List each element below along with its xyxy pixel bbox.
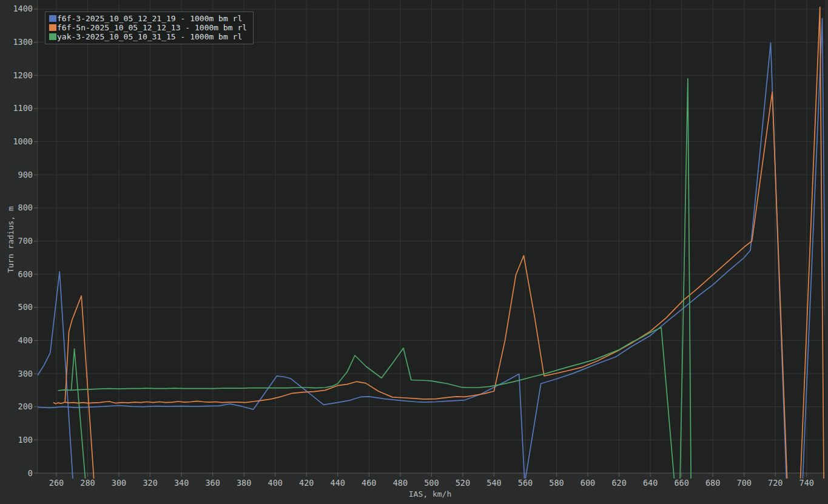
legend-label: f6f-5n-2025_10_05_12_12_13 - 1000m bm rl xyxy=(57,23,247,32)
y-tick-label-200: 200 xyxy=(18,402,33,411)
legend-item-yak-3[interactable]: yak-3-2025_10_05_10_31_15 - 1000m bm rl xyxy=(49,32,247,41)
x-tick-label-300: 300 xyxy=(112,478,126,488)
x-tick-label-740: 740 xyxy=(799,478,814,488)
x-tick-label-320: 320 xyxy=(143,478,157,488)
legend-swatch-icon xyxy=(49,33,56,40)
x-tick-label-520: 520 xyxy=(456,478,470,488)
y-tick-label-800: 800 xyxy=(18,203,33,212)
x-axis-title: IAS, km/h xyxy=(409,489,451,499)
x-tick-label-380: 380 xyxy=(237,478,251,488)
chart-legend: f6f-3-2025_10_05_12_21_19 - 1000m bm rl … xyxy=(45,12,254,44)
chart-canvas: 2602803003203403603804004204404604805005… xyxy=(0,0,828,504)
y-tick-label-1200: 1200 xyxy=(13,70,33,80)
x-tick-label-560: 560 xyxy=(518,478,533,488)
y-tick-label-900: 900 xyxy=(18,170,33,180)
x-tick-label-660: 660 xyxy=(674,478,688,488)
legend-item-f6f-3[interactable]: f6f-3-2025_10_05_12_21_19 - 1000m bm rl xyxy=(49,14,247,23)
x-tick-label-600: 600 xyxy=(581,478,595,488)
y-tick-label-1000: 1000 xyxy=(13,136,33,146)
x-tick-label-620: 620 xyxy=(611,478,626,488)
x-tick-label-720: 720 xyxy=(768,478,783,488)
x-tick-label-440: 440 xyxy=(331,478,345,488)
y-tick-label-300: 300 xyxy=(18,369,33,378)
x-tick-label-420: 420 xyxy=(299,478,314,488)
x-tick-label-460: 460 xyxy=(362,478,376,488)
y-tick-label-600: 600 xyxy=(18,269,33,279)
x-tick-label-540: 540 xyxy=(486,478,501,488)
y-tick-label-100: 100 xyxy=(18,435,33,445)
y-tick-label-1400: 1400 xyxy=(13,4,33,13)
y-tick-label-1100: 1100 xyxy=(13,103,33,113)
legend-swatch-icon xyxy=(49,15,56,22)
x-tick-label-680: 680 xyxy=(705,478,720,488)
legend-label: f6f-3-2025_10_05_12_21_19 - 1000m bm rl xyxy=(57,14,242,23)
x-tick-label-640: 640 xyxy=(643,478,658,488)
turn-radius-chart: 2602803003203403603804004204404604805005… xyxy=(0,0,828,504)
legend-item-f6f-5n[interactable]: f6f-5n-2025_10_05_12_12_13 - 1000m bm rl xyxy=(49,23,247,32)
y-axis-title: Turn radius, m xyxy=(6,206,15,273)
y-tick-label-1300: 1300 xyxy=(13,37,33,47)
x-tick-label-260: 260 xyxy=(49,478,64,488)
y-tick-label-400: 400 xyxy=(18,335,33,345)
legend-label: yak-3-2025_10_05_10_31_15 - 1000m bm rl xyxy=(57,32,242,41)
x-tick-label-500: 500 xyxy=(424,478,439,488)
y-tick-label-0: 0 xyxy=(28,468,33,478)
x-tick-label-480: 480 xyxy=(393,478,408,488)
x-tick-label-340: 340 xyxy=(174,478,189,488)
legend-swatch-icon xyxy=(49,24,56,31)
x-tick-label-580: 580 xyxy=(549,478,564,488)
x-tick-label-700: 700 xyxy=(737,478,752,488)
x-tick-label-360: 360 xyxy=(205,478,220,488)
x-tick-label-280: 280 xyxy=(80,478,95,488)
y-tick-label-700: 700 xyxy=(18,236,33,246)
y-tick-label-500: 500 xyxy=(18,302,33,312)
x-tick-label-400: 400 xyxy=(268,478,283,488)
